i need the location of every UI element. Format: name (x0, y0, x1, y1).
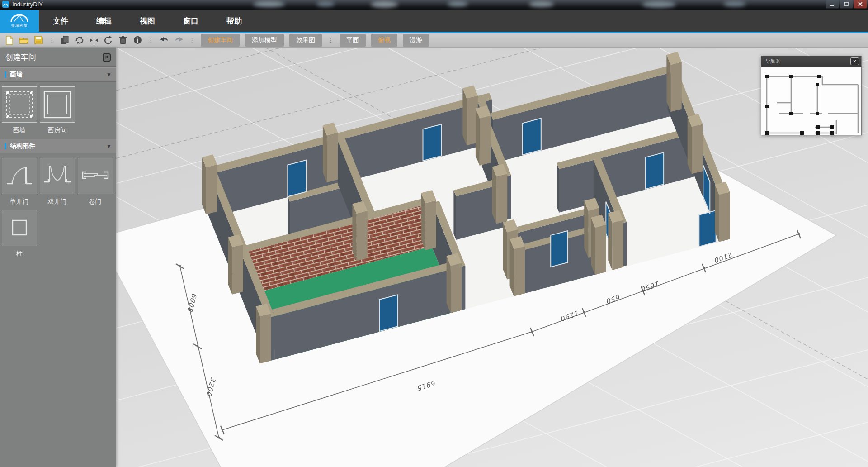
scene-door[interactable] (699, 210, 716, 247)
column-icon (2, 210, 37, 246)
brand-text: 捷瑞科技 (11, 23, 28, 28)
tool-roller-door[interactable]: 卷门 (77, 158, 113, 208)
scene-column[interactable] (425, 200, 436, 250)
create-workshop-panel: 创建车间 ✕ 画墙 ▼ 画墙 (0, 48, 116, 467)
scene-column[interactable] (480, 116, 491, 166)
mode-render[interactable]: 效果图 (289, 34, 322, 47)
single-door-icon (2, 158, 37, 194)
menu-window[interactable]: 窗口 (169, 10, 212, 32)
scene-column[interactable] (206, 165, 217, 215)
scene-wall-side[interactable] (557, 163, 559, 213)
roller-door-icon (78, 158, 113, 194)
scene-column[interactable] (670, 62, 681, 112)
scene-column[interactable] (595, 225, 606, 275)
view-plan[interactable]: 平面 (340, 34, 366, 47)
scene-door[interactable] (551, 231, 567, 267)
titlebar-glare (448, 1, 468, 7)
scene-column[interactable] (496, 174, 507, 224)
scene-door[interactable] (523, 118, 541, 155)
scene-wall-side[interactable] (453, 190, 456, 240)
scene-column[interactable] (260, 314, 271, 364)
toolbar-separator: ⋮ (326, 38, 335, 43)
titlebar-glare (253, 1, 285, 7)
scene-door[interactable] (288, 160, 306, 197)
menu-bar: 捷瑞科技 文件 编辑 视图 窗口 帮助 (0, 10, 868, 32)
scene-door[interactable] (645, 152, 664, 189)
menu-file[interactable]: 文件 (39, 10, 82, 32)
titlebar-glare (723, 1, 746, 7)
toolbar: ⋮ ⋮ ⋮ 创建车间 添加模型 效果图 ⋮ 平面 俯视 漫游 (0, 33, 868, 48)
menu-help[interactable]: 帮助 (212, 10, 256, 32)
tool-label: 画墙 (13, 126, 26, 134)
panel-close-button[interactable]: ✕ (103, 53, 111, 62)
chevron-down-icon[interactable]: ▼ (106, 143, 112, 149)
menu-view[interactable]: 视图 (126, 10, 169, 32)
window-titlebar: IndustryDIY (0, 0, 868, 10)
minimize-button[interactable] (826, 0, 839, 9)
maximize-button[interactable] (840, 0, 853, 9)
scene-column[interactable] (719, 192, 730, 242)
section-tag (5, 143, 6, 149)
open-folder-button[interactable] (18, 34, 30, 46)
section-title: 结构部件 (10, 142, 106, 150)
titlebar-glare (642, 1, 676, 8)
tool-label: 卷门 (89, 198, 102, 206)
draw-wall-icon (2, 86, 37, 123)
scene-column[interactable] (514, 246, 525, 296)
scene-door[interactable] (379, 295, 398, 331)
scene-column[interactable] (327, 133, 338, 183)
sync-button[interactable] (74, 34, 85, 46)
toolbar-separator: ⋮ (47, 38, 57, 43)
bridge-logo-icon (9, 14, 29, 23)
toolbar-separator: ⋮ (146, 38, 156, 43)
scene-column[interactable] (356, 211, 367, 261)
tool-single-door[interactable]: 单开门 (1, 158, 37, 208)
undo-button[interactable] (158, 34, 170, 46)
redo-button[interactable] (173, 34, 184, 46)
titlebar-glare (529, 1, 554, 7)
view-walkthrough[interactable]: 漫游 (403, 34, 429, 47)
navigator-window[interactable]: 导航器 ✕ (761, 56, 862, 135)
split-view-button[interactable] (88, 34, 100, 46)
menu-edit[interactable]: 编辑 (82, 10, 126, 32)
navigator-titlebar[interactable]: 导航器 ✕ (761, 56, 861, 67)
view-topdown[interactable]: 俯视 (371, 34, 397, 47)
toolbar-separator: ⋮ (187, 38, 197, 43)
copy-button[interactable] (59, 34, 71, 46)
tool-draw-wall[interactable]: 画墙 (1, 86, 37, 136)
app-icon (2, 1, 9, 8)
window-title: IndustryDIY (12, 1, 43, 8)
tool-column[interactable]: 柱 (1, 210, 37, 260)
new-file-button[interactable] (4, 34, 15, 46)
navigator-close-button[interactable]: ✕ (850, 57, 859, 65)
scene-column[interactable] (692, 124, 703, 174)
3d-viewport[interactable]: 6008 3200 6915 1290 650 1650 2100 导航器 ✕ (116, 48, 868, 467)
scene-column[interactable] (451, 263, 462, 313)
section-tag (5, 71, 6, 78)
tool-draw-room[interactable]: 画房间 (39, 86, 75, 136)
section-draw-wall[interactable]: 画墙 ▼ (0, 67, 116, 82)
chevron-down-icon[interactable]: ▼ (106, 71, 112, 78)
mode-create-workshop[interactable]: 创建车间 (201, 34, 240, 47)
tool-label: 双开门 (48, 198, 67, 206)
scene-column[interactable] (232, 244, 243, 294)
app-logo: 捷瑞科技 (0, 10, 39, 32)
navigator-title: 导航器 (765, 58, 780, 65)
save-button[interactable] (33, 34, 44, 46)
tool-double-door[interactable]: 双开门 (39, 158, 75, 208)
tool-label: 柱 (16, 250, 23, 258)
close-button[interactable] (854, 0, 867, 9)
rotate-button[interactable] (103, 34, 114, 46)
mode-add-model[interactable]: 添加模型 (245, 34, 284, 47)
scene-canvas[interactable]: 6008 3200 6915 1290 650 1650 2100 (116, 48, 868, 467)
navigator-map[interactable] (761, 67, 861, 135)
scene-door[interactable] (423, 124, 442, 161)
info-button[interactable] (132, 34, 143, 46)
tool-label: 画房间 (48, 126, 67, 134)
titlebar-glare (371, 1, 398, 8)
scene-column[interactable] (612, 220, 623, 270)
double-door-icon (40, 158, 75, 194)
delete-button[interactable] (117, 34, 129, 46)
titlebar-glare (316, 1, 335, 7)
section-structural-parts[interactable]: 结构部件 ▼ (0, 139, 116, 153)
